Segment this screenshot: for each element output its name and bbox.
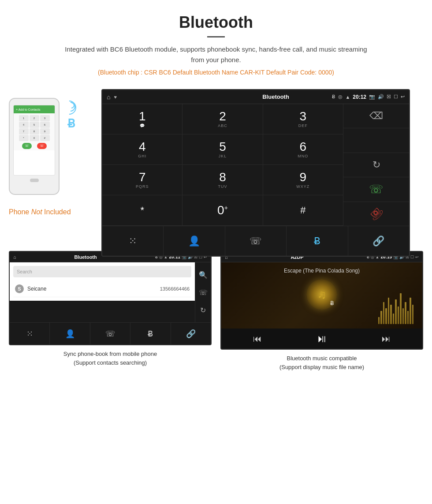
dialpad-container: 1 💬 2 ABC 3 DEF	[102, 104, 409, 226]
car-dial-screen: ⌂ ♥ Bluetooth Ƀ ◎ ▲ 20:12 📷 🔊 ☒ ☐ ↩	[101, 89, 410, 257]
key-8[interactable]: 8 TUV	[182, 165, 263, 195]
pb-toolbar-bluetooth[interactable]: Ƀ	[130, 323, 171, 344]
viz-bar	[383, 302, 384, 324]
key-1[interactable]: 1 💬	[102, 104, 182, 134]
toolbar-dialpad[interactable]: ⁙	[102, 226, 164, 256]
link-icon: 🔗	[372, 235, 384, 247]
close-icon[interactable]: ☒	[387, 94, 391, 100]
viz-bar	[393, 314, 394, 324]
viz-bar	[395, 299, 396, 324]
back-icon[interactable]: ↩	[401, 94, 405, 100]
viz-bar	[385, 308, 387, 324]
refresh-button[interactable]: ↻	[343, 153, 409, 177]
music-item: ⌂ A2DP Ƀ ◎ ▲ 20:15 📷 🔊 ☒ ☐ ↩ Escape (The…	[220, 251, 423, 371]
contact-row: S Seicane 13566664466	[13, 281, 191, 297]
android-screen: ⌂ ♥ Bluetooth Ƀ ◎ ▲ 20:12 📷 🔊 ☒ ☐ ↩	[101, 89, 410, 257]
key-4[interactable]: 4 GHI	[102, 134, 182, 164]
music-prev-button[interactable]: ⏮	[253, 334, 262, 344]
camera-icon[interactable]: 📷	[369, 94, 375, 100]
page-header: Bluetooth Integrated with BC6 Bluetooth …	[0, 0, 432, 89]
key-hash[interactable]: #	[263, 195, 343, 225]
music-content: Escape (The Pina Colada Song) ♫ Ƀ	[221, 262, 422, 329]
pb-toolbar-phone[interactable]: ☏	[90, 323, 130, 344]
bluetooth-icon: Ƀ	[314, 235, 320, 247]
toolbar-phone[interactable]: ☏	[225, 226, 287, 256]
key-2[interactable]: 2 ABC	[182, 104, 263, 134]
phonebook-sidebar: 🔍 ☏ ↻	[195, 262, 211, 322]
title-divider	[207, 36, 225, 37]
pb-toolbar-contacts[interactable]: 👤	[50, 323, 90, 344]
album-bt-icon: Ƀ	[330, 300, 334, 306]
viz-bar	[410, 298, 411, 324]
key-star[interactable]: *	[102, 195, 182, 225]
search-placeholder: Search	[17, 269, 32, 274]
music-next-button[interactable]: ⏭	[382, 334, 391, 344]
music-controls: ⏮ ⏯ ⏭	[221, 329, 422, 349]
contact-number: 13566664466	[160, 286, 190, 291]
usb-icon: ♥	[114, 94, 117, 100]
dialpad-icon: ⁙	[129, 235, 137, 247]
dialpad-grid: 1 💬 2 ABC 3 DEF	[102, 104, 343, 226]
pb-dialpad-icon: ⁙	[26, 329, 33, 339]
pb-toolbar-dialpad[interactable]: ⁙	[10, 323, 50, 344]
viz-bar	[402, 308, 404, 324]
music-screen: ⌂ A2DP Ƀ ◎ ▲ 20:15 📷 🔊 ☒ ☐ ↩ Escape (The…	[220, 251, 423, 350]
dialpad-row-1: 1 💬 2 ABC 3 DEF	[102, 104, 343, 134]
contact-avatar: S	[15, 284, 24, 293]
key-0[interactable]: 0+	[182, 195, 263, 225]
key-5[interactable]: 5 JKL	[182, 134, 263, 164]
car-statusbar: ⌂ ♥ Bluetooth Ƀ ◎ ▲ 20:12 📷 🔊 ☒ ☐ ↩	[102, 90, 409, 104]
key-3[interactable]: 3 DEF	[263, 104, 343, 134]
empty-cell-1	[343, 128, 409, 153]
statusbar-left: ⌂ ♥	[107, 93, 220, 101]
mu-win-icon[interactable]: ☐	[410, 255, 414, 259]
pb-refresh-icon[interactable]: ↻	[200, 301, 206, 319]
pb-search-icon[interactable]: 🔍	[199, 266, 208, 284]
music-playpause-button[interactable]: ⏯	[317, 332, 327, 345]
dialpad-side: ⌫ ↻ ☏ ☏	[343, 104, 409, 226]
music-caption: Bluetooth music compatible (Support disp…	[279, 354, 364, 371]
phonebook-body: Search S Seicane 13566664466	[10, 262, 195, 322]
home-icon[interactable]: ⌂	[107, 93, 110, 101]
viz-bar	[388, 298, 389, 324]
phone-screen-content: 123 456 789 *0# ☏ ☏	[14, 113, 55, 150]
toolbar-bluetooth[interactable]: Ƀ	[287, 226, 348, 256]
window-icon[interactable]: ☐	[394, 94, 398, 100]
phonebook-home-icon[interactable]: ⌂	[13, 254, 16, 260]
pb-toolbar-link[interactable]: 🔗	[171, 323, 211, 344]
phonebook-main: Search S Seicane 13566664466 🔍 ☏ ↻	[10, 262, 211, 322]
phonebook-content: Search S Seicane 13566664466	[10, 262, 195, 301]
toolbar-link[interactable]: 🔗	[348, 226, 409, 256]
mu-back-icon[interactable]: ↩	[415, 255, 419, 259]
key-9[interactable]: 9 WXYZ	[263, 165, 343, 195]
car-bottom-toolbar: ⁙ 👤 ☏ Ƀ 🔗	[102, 226, 409, 256]
phone-image: + Add to Contacts 123 456 789 *0#	[9, 98, 60, 195]
search-bar[interactable]: Search	[13, 266, 191, 277]
bluetooth-specs: (Bluetooth chip : CSR BC6 Default Blueto…	[9, 69, 423, 76]
music-visualizer	[378, 271, 413, 324]
pb-phone-icon[interactable]: ☏	[199, 284, 208, 301]
viz-bar	[405, 302, 406, 324]
call-red-button[interactable]: ☏	[343, 202, 409, 226]
phone-screen-header: + Add to Contacts	[14, 105, 55, 113]
pb-bt-btn-icon: Ƀ	[148, 329, 153, 339]
volume-icon[interactable]: 🔊	[378, 94, 384, 100]
phonebook-item: ⌂ Bluetooth Ƀ ◎ ▲ 20:11 📷 🔊 ☒ ☐ ↩	[9, 251, 212, 371]
phone-home-button	[30, 179, 39, 182]
toolbar-contacts[interactable]: 👤	[164, 226, 225, 256]
viz-bar	[412, 305, 413, 324]
page-title: Bluetooth	[9, 13, 423, 32]
phone-mockup: + Add to Contacts 123 456 789 *0#	[9, 98, 60, 195]
viz-bar	[400, 293, 401, 324]
key-6[interactable]: 6 MNO	[263, 134, 343, 164]
backspace-button[interactable]: ⌫	[343, 104, 409, 128]
key-7[interactable]: 7 PQRS	[102, 165, 182, 195]
viz-bar	[378, 317, 380, 324]
call-green-button[interactable]: ☏	[343, 177, 409, 202]
phonebook-caption: Sync phone-book from mobile phone (Suppo…	[63, 350, 157, 367]
pb-link-icon: 🔗	[186, 329, 196, 339]
music-note-icon: ♫	[317, 287, 327, 302]
location-icon: ◎	[338, 94, 343, 100]
bluetooth-status-icon: Ƀ	[332, 94, 335, 100]
pb-contacts-icon: 👤	[65, 329, 75, 339]
